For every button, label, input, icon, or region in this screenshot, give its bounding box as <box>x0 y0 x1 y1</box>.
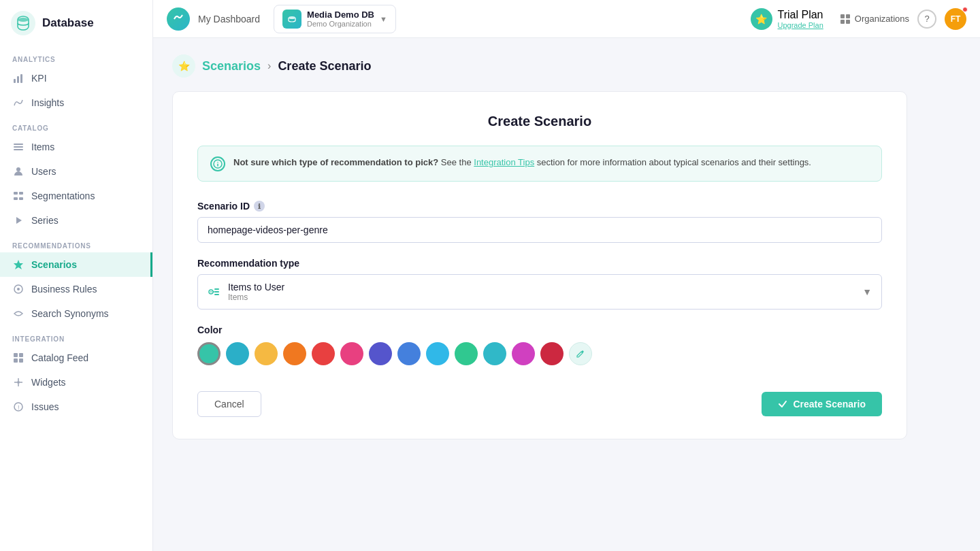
sidebar-item-issues[interactable]: ! Issues <box>0 395 152 419</box>
catalog-feed-icon <box>12 352 24 364</box>
color-swatch[interactable] <box>483 342 506 365</box>
rec-type-select[interactable]: Items to User Items ▼ <box>197 274 882 310</box>
svg-rect-9 <box>14 192 18 195</box>
db-info: Media Demo DB Demo Organization <box>307 10 374 28</box>
sidebar-item-segmentations-label: Segmentations <box>31 190 95 201</box>
create-scenario-button[interactable]: Create Scenario <box>762 392 882 416</box>
section-integration: INTEGRATION <box>0 326 152 346</box>
section-analytics: ANALYTICS <box>0 46 152 66</box>
main-content: ⭐ Scenarios › Create Scenario Create Sce… <box>153 38 980 551</box>
star-icon <box>12 258 24 271</box>
sidebar-item-scenarios[interactable]: Scenarios <box>0 252 152 277</box>
svg-rect-26 <box>840 14 845 18</box>
sidebar-item-items-label: Items <box>31 141 54 152</box>
svg-point-16 <box>17 288 20 290</box>
sidebar-item-kpi[interactable]: KPI <box>0 66 152 90</box>
info-text: Not sure which type of recommendation to… <box>233 156 811 169</box>
list-icon <box>12 141 24 153</box>
svg-rect-38 <box>214 294 219 295</box>
sidebar-item-users-label: Users <box>31 166 56 177</box>
color-swatch[interactable] <box>426 342 449 365</box>
topbar-left <box>167 7 190 31</box>
color-swatch[interactable] <box>540 342 564 365</box>
sidebar-item-business-rules-label: Business Rules <box>31 284 97 295</box>
db-dropdown-chevron: ▼ <box>380 15 387 23</box>
breadcrumb: ⭐ Scenarios › Create Scenario <box>172 54 961 78</box>
sidebar: Database ANALYTICS KPI Insights CATALOG … <box>0 0 153 551</box>
integration-tips-link[interactable]: Integration Tips <box>474 157 534 167</box>
svg-point-0 <box>11 11 35 35</box>
sidebar-item-search-synonyms[interactable]: Search Synonyms <box>0 301 152 326</box>
color-swatch[interactable] <box>312 342 335 365</box>
svg-rect-5 <box>14 144 23 145</box>
color-swatch[interactable] <box>512 342 535 365</box>
svg-point-21 <box>17 381 20 384</box>
organizations-link[interactable]: Organizations <box>840 14 909 24</box>
sidebar-item-series-label: Series <box>31 215 59 226</box>
sidebar-item-insights[interactable]: Insights <box>0 90 152 115</box>
sidebar-item-segmentations[interactable]: Segmentations <box>0 184 152 208</box>
sidebar-item-widgets[interactable]: Widgets <box>0 370 152 395</box>
svg-rect-17 <box>14 353 18 357</box>
color-swatch[interactable] <box>340 342 363 365</box>
svg-rect-28 <box>840 20 845 24</box>
svg-rect-7 <box>14 149 23 150</box>
issues-icon: ! <box>12 401 24 413</box>
color-swatch[interactable] <box>455 342 478 365</box>
sidebar-item-business-rules[interactable]: Business Rules <box>0 277 152 301</box>
color-swatch[interactable] <box>226 342 249 365</box>
color-swatch[interactable] <box>369 342 392 365</box>
sidebar-item-items[interactable]: Items <box>0 135 152 159</box>
info-suffix: section for more information about typic… <box>537 157 811 167</box>
svg-rect-36 <box>214 288 219 290</box>
color-swatch[interactable] <box>397 342 421 365</box>
segmentations-icon <box>12 190 24 202</box>
sidebar-item-series[interactable]: Series <box>0 208 152 233</box>
db-selector[interactable]: Media Demo DB Demo Organization ▼ <box>274 5 396 33</box>
db-icon <box>282 10 301 29</box>
db-org: Demo Organization <box>307 20 374 28</box>
scenario-id-input[interactable] <box>197 217 882 243</box>
sidebar-item-catalog-feed[interactable]: Catalog Feed <box>0 346 152 370</box>
checkmark-icon <box>778 399 787 409</box>
svg-rect-6 <box>14 146 23 148</box>
sidebar-item-users[interactable]: Users <box>0 159 152 184</box>
organizations-icon <box>840 14 851 24</box>
color-swatches <box>197 342 882 365</box>
plan-name: Trial Plan <box>778 9 823 21</box>
info-prefix: See the <box>441 157 474 167</box>
card-title: Create Scenario <box>197 114 882 129</box>
color-swatch[interactable] <box>197 342 220 365</box>
color-label: Color <box>197 324 882 335</box>
color-swatch[interactable] <box>255 342 278 365</box>
dropdown-chevron-icon: ▼ <box>862 286 872 297</box>
topbar: My Dashboard Media Demo DB Demo Organiza… <box>153 0 980 38</box>
help-button[interactable]: ? <box>917 10 936 29</box>
trial-plan-section: ⭐ Trial Plan Upgrade Plan <box>742 4 832 34</box>
svg-point-31 <box>217 162 218 163</box>
form-actions: Cancel Create Scenario <box>197 384 882 417</box>
rec-type-main: Items to User <box>228 282 854 293</box>
svg-rect-29 <box>846 20 850 24</box>
sidebar-item-widgets-label: Widgets <box>31 377 66 388</box>
cancel-button[interactable]: Cancel <box>197 391 261 417</box>
sidebar-logo: Database <box>0 0 152 46</box>
scenario-id-info-icon[interactable]: ℹ <box>254 201 265 212</box>
rec-type-dropdown[interactable]: Items to User Items ▼ <box>197 274 882 310</box>
color-swatch[interactable] <box>283 342 306 365</box>
sidebar-item-insights-label: Insights <box>31 97 64 108</box>
rules-icon <box>12 283 24 295</box>
topbar-app-name: My Dashboard <box>198 14 260 24</box>
svg-point-24 <box>172 13 184 25</box>
trial-text: Trial Plan Upgrade Plan <box>778 9 823 29</box>
user-avatar[interactable]: FT <box>945 8 966 30</box>
svg-rect-11 <box>14 197 18 200</box>
section-recommendations: RECOMMENDATIONS <box>0 233 152 252</box>
color-swatch[interactable] <box>569 342 592 365</box>
info-circle-icon <box>210 156 225 171</box>
svg-rect-10 <box>19 192 23 195</box>
svg-rect-20 <box>19 358 23 363</box>
breadcrumb-link[interactable]: Scenarios <box>202 59 261 73</box>
upgrade-link[interactable]: Upgrade Plan <box>778 21 823 29</box>
svg-point-8 <box>16 167 20 171</box>
